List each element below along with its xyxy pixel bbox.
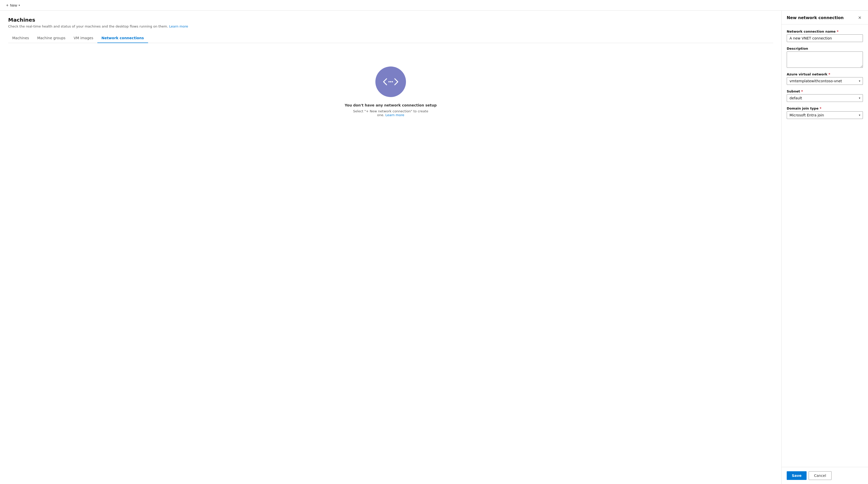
learn-more-link[interactable]: Learn more [169, 25, 188, 28]
svg-point-2 [392, 81, 393, 83]
svg-point-0 [389, 81, 390, 83]
subnet-label: Subnet * [787, 89, 863, 93]
tabs: Machines Machine groups VM images Networ… [8, 33, 773, 43]
panel-footer: Save Cancel [782, 467, 868, 484]
azure-vnet-select[interactable]: vmtemplatewithcontoso-vnet [787, 77, 863, 85]
empty-state: You don't have any network connection se… [8, 51, 773, 117]
description-textarea[interactable] [787, 52, 863, 68]
tab-vm-images[interactable]: VM images [69, 33, 97, 43]
main-area: Machines Check the real-time health and … [0, 11, 868, 484]
domain-join-select-wrapper: Microsoft Entra join Azure Active Direct… [787, 111, 863, 119]
side-panel: New network connection ✕ Network connect… [781, 11, 868, 484]
network-icon-circle [375, 66, 406, 97]
svg-point-1 [390, 81, 392, 83]
plus-icon: + [6, 3, 8, 8]
topbar: + New ▾ [0, 0, 868, 11]
connection-name-label: Network connection name * [787, 30, 863, 33]
tab-network-connections[interactable]: Network connections [97, 33, 148, 43]
domain-join-label: Domain join type * [787, 106, 863, 110]
chevron-down-icon: ▾ [19, 4, 20, 7]
page-subtitle: Check the real-time health and status of… [8, 25, 773, 28]
save-button[interactable]: Save [787, 471, 807, 480]
new-label: New [10, 3, 17, 7]
empty-title: You don't have any network connection se… [345, 103, 437, 107]
network-connections-icon [382, 78, 399, 86]
panel-body: Network connection name * Description Az… [782, 25, 868, 467]
connection-name-group: Network connection name * [787, 30, 863, 42]
cancel-button[interactable]: Cancel [809, 471, 831, 480]
panel-header: New network connection ✕ [782, 11, 868, 25]
connection-name-input[interactable] [787, 34, 863, 42]
azure-vnet-label: Azure virtual network * [787, 72, 863, 76]
page-title: Machines [8, 17, 773, 23]
panel-title: New network connection [787, 15, 843, 20]
azure-vnet-select-wrapper: vmtemplatewithcontoso-vnet ▾ [787, 77, 863, 85]
azure-vnet-group: Azure virtual network * vmtemplatewithco… [787, 72, 863, 85]
domain-join-select[interactable]: Microsoft Entra join Azure Active Direct… [787, 111, 863, 119]
required-star: * [837, 30, 838, 33]
description-group: Description [787, 46, 863, 68]
tab-machines[interactable]: Machines [8, 33, 33, 43]
tab-machine-groups[interactable]: Machine groups [33, 33, 69, 43]
new-button[interactable]: + New ▾ [4, 2, 22, 9]
page-content: Machines Check the real-time health and … [0, 11, 781, 484]
empty-learn-more-link[interactable]: Learn more [385, 113, 404, 117]
subnet-select-wrapper: default ▾ [787, 94, 863, 102]
subnet-select[interactable]: default [787, 94, 863, 102]
close-panel-button[interactable]: ✕ [857, 15, 863, 21]
domain-join-group: Domain join type * Microsoft Entra join … [787, 106, 863, 119]
description-label: Description [787, 46, 863, 51]
empty-desc: Select "+ New network connection" to cre… [350, 109, 431, 117]
subnet-group: Subnet * default ▾ [787, 89, 863, 102]
